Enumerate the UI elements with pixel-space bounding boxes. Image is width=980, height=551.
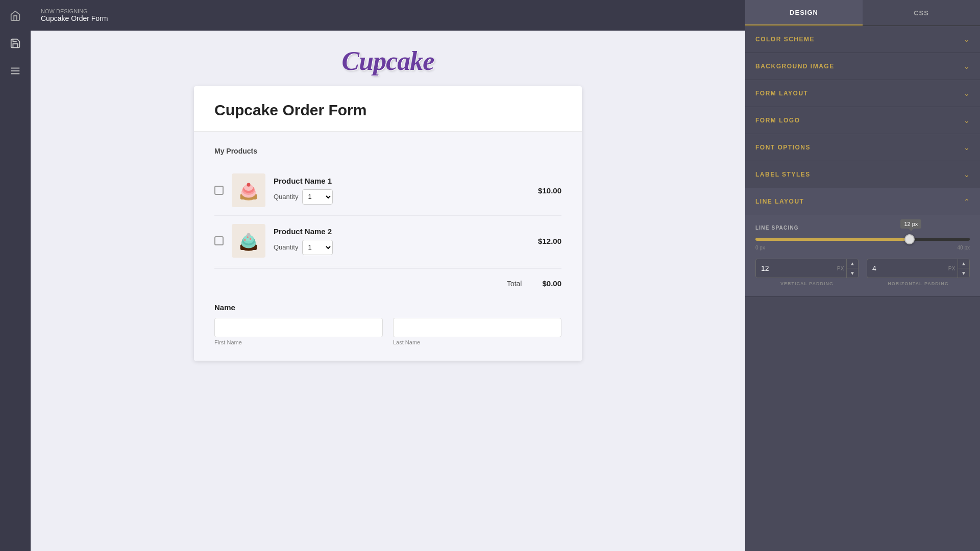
- product-1-checkbox[interactable]: [214, 186, 224, 195]
- quantity-select-2[interactable]: 1 2 3: [302, 240, 333, 255]
- designing-label: NOW DESIGNING: [41, 8, 108, 14]
- chevron-down-icon-6: ⌄: [964, 170, 970, 179]
- first-name-input[interactable]: [214, 318, 383, 337]
- product-2-quantity: Quantity 1 2 3: [274, 240, 530, 255]
- form-body: My Products: [194, 132, 582, 361]
- horizontal-padding-input[interactable]: [867, 261, 946, 276]
- accordion-title-label-styles: LABEL STYLES: [755, 171, 811, 178]
- tab-css[interactable]: CSS: [863, 0, 980, 26]
- accordion-font-options: FONT OPTIONS ⌄: [745, 134, 980, 161]
- quantity-label-2: Quantity: [274, 243, 298, 251]
- product-2-checkbox[interactable]: [214, 236, 224, 245]
- line-spacing-slider-container: 12 px: [755, 238, 970, 241]
- product-2-price: $12.00: [538, 237, 561, 245]
- accordion-header-background-image[interactable]: BACKGROUND IMAGE ⌄: [745, 53, 980, 80]
- last-name-input[interactable]: [393, 318, 561, 337]
- vertical-padding-unit: PX: [835, 266, 846, 271]
- save-icon-button[interactable]: [6, 34, 25, 53]
- accordion-title-font-options: FONT OPTIONS: [755, 144, 811, 151]
- form-card: Cupcake Order Form My Products: [194, 86, 582, 361]
- form-logo: Cupcake: [342, 46, 434, 76]
- product-1-price: $10.00: [538, 186, 561, 195]
- accordion-form-layout: FORM LAYOUT ⌄: [745, 80, 980, 107]
- vertical-padding-decrement[interactable]: ▼: [847, 268, 858, 278]
- accordion-header-color-scheme[interactable]: COLOR SCHEME ⌄: [745, 26, 980, 53]
- accordion-header-font-options[interactable]: FONT OPTIONS ⌄: [745, 134, 980, 161]
- accordion-content-line-layout: LINE SPACING 12 px 0 px 40 px: [745, 215, 980, 296]
- chevron-down-icon-3: ⌄: [964, 89, 970, 97]
- horizontal-padding-decrement[interactable]: ▼: [958, 268, 969, 278]
- form-title: Cupcake Order Form: [214, 102, 561, 119]
- first-name-sub-label: First Name: [214, 339, 383, 345]
- slider-min-label: 0 px: [755, 245, 765, 251]
- horizontal-padding-increment[interactable]: ▲: [958, 259, 969, 268]
- svg-point-9: [247, 183, 250, 187]
- accordion-form-logo: FORM LOGO ⌄: [745, 107, 980, 134]
- accordion-header-form-layout[interactable]: FORM LAYOUT ⌄: [745, 80, 980, 107]
- horizontal-padding-stepper: ▲ ▼: [958, 259, 969, 278]
- slider-thumb[interactable]: [904, 234, 915, 244]
- accordion-title-color-scheme: COLOR SCHEME: [755, 36, 815, 43]
- horizontal-padding-input-row: PX ▲ ▼: [867, 259, 970, 278]
- last-name-sub-label: Last Name: [393, 339, 561, 345]
- name-section: Name First Name Last Name: [214, 303, 561, 345]
- vertical-padding-input-row: PX ▲ ▼: [755, 259, 859, 278]
- sidebar-icon-logo: [6, 6, 25, 26]
- first-name-field: First Name: [214, 318, 383, 345]
- vertical-padding-increment[interactable]: ▲: [847, 259, 858, 268]
- vertical-padding-label: VERTICAL PADDING: [755, 281, 859, 286]
- chevron-down-icon-4: ⌄: [964, 116, 970, 124]
- tab-design[interactable]: DESIGN: [745, 0, 863, 26]
- accordion-header-line-layout[interactable]: LINE LAYOUT ⌃: [745, 188, 980, 215]
- main-area: NOW DESIGNING Cupcake Order Form Cupcake…: [31, 0, 745, 551]
- name-fields: First Name Last Name: [214, 318, 561, 345]
- product-1-image: [232, 173, 265, 207]
- product-2-info: Product Name 2 Quantity 1 2 3: [274, 227, 530, 255]
- horizontal-padding-unit: PX: [946, 266, 958, 271]
- cupcake-1-svg: [235, 177, 262, 204]
- left-sidebar: [0, 0, 31, 551]
- logo-text: Cupcake: [342, 46, 434, 76]
- total-value: $0.00: [542, 279, 561, 288]
- line-spacing-label: LINE SPACING: [755, 225, 970, 231]
- cupcake-2-svg: [235, 227, 262, 255]
- form-header: Cupcake Order Form: [194, 86, 582, 132]
- product-2-image: [232, 224, 265, 258]
- product-1-info: Product Name 1 Quantity 1 2 3: [274, 177, 530, 205]
- product-1-name: Product Name 1: [274, 177, 530, 185]
- panel-body: COLOR SCHEME ⌄ BACKGROUND IMAGE ⌄ FORM L…: [745, 26, 980, 551]
- total-row: Total $0.00: [214, 268, 561, 293]
- slider-tooltip: 12 px: [900, 219, 921, 229]
- accordion-line-layout: LINE LAYOUT ⌃ LINE SPACING 12 px 0 px 40…: [745, 188, 980, 297]
- accordion-header-form-logo[interactable]: FORM LOGO ⌄: [745, 107, 980, 134]
- top-bar-info: NOW DESIGNING Cupcake Order Form: [41, 8, 108, 22]
- svg-point-19: [247, 233, 250, 237]
- menu-icon-button[interactable]: [6, 61, 25, 81]
- form-name-label: Cupcake Order Form: [41, 14, 108, 22]
- product-item-2: Product Name 2 Quantity 1 2 3 $12.00: [214, 216, 561, 266]
- slider-range-labels: 0 px 40 px: [755, 245, 970, 251]
- quantity-select-1[interactable]: 1 2 3: [302, 189, 333, 205]
- accordion-header-label-styles[interactable]: LABEL STYLES ⌄: [745, 161, 980, 188]
- horizontal-padding-control: PX ▲ ▼ HORIZONTAL PADDING: [867, 259, 970, 286]
- accordion-label-styles: LABEL STYLES ⌄: [745, 161, 980, 188]
- product-1-quantity: Quantity 1 2 3: [274, 189, 530, 205]
- svg-point-16: [244, 239, 246, 241]
- product-item-1: Product Name 1 Quantity 1 2 3 $10.00: [214, 165, 561, 216]
- right-panel: DESIGN CSS COLOR SCHEME ⌄ BACKGROUND IMA…: [745, 0, 980, 551]
- accordion-color-scheme: COLOR SCHEME ⌄: [745, 26, 980, 53]
- vertical-padding-control: PX ▲ ▼ VERTICAL PADDING: [755, 259, 859, 286]
- chevron-up-icon: ⌃: [964, 197, 970, 206]
- accordion-title-form-layout: FORM LAYOUT: [755, 90, 808, 97]
- top-bar: NOW DESIGNING Cupcake Order Form: [31, 0, 745, 31]
- vertical-padding-input[interactable]: [756, 261, 835, 276]
- slider-track[interactable]: [755, 238, 970, 241]
- slider-max-label: 40 px: [958, 245, 970, 251]
- canvas-area: Cupcake Cupcake Order Form My Products: [31, 31, 745, 551]
- name-section-label: Name: [214, 303, 561, 312]
- last-name-field: Last Name: [393, 318, 561, 345]
- accordion-title-line-layout: LINE LAYOUT: [755, 198, 804, 205]
- chevron-down-icon-5: ⌄: [964, 143, 970, 152]
- accordion-background-image: BACKGROUND IMAGE ⌄: [745, 53, 980, 80]
- slider-fill: [755, 238, 910, 241]
